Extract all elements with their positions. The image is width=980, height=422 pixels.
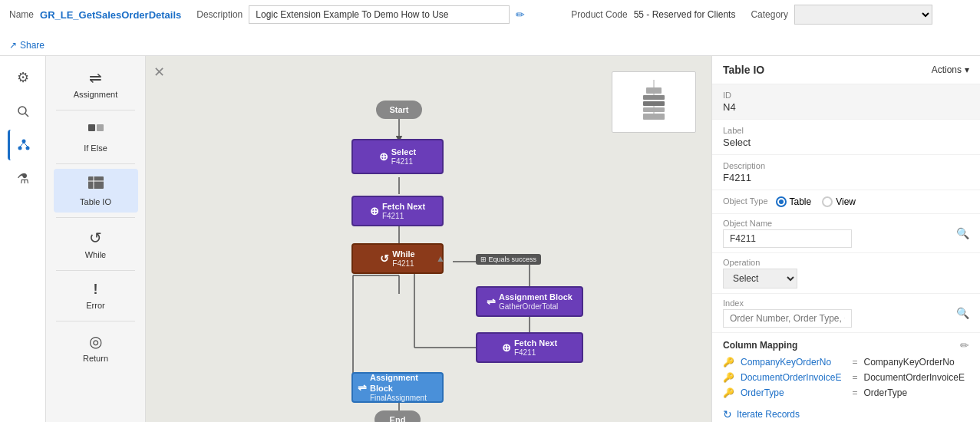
mapping-row-0: 🔑 CompanyKeyOrderNo = CompanyKeyOrderNo (712, 354, 980, 370)
svg-line-6 (24, 143, 28, 147)
edit-icon[interactable]: ✏ (516, 8, 525, 21)
id-label: ID (723, 91, 969, 100)
node-assign-inner-label: Assignment Block (499, 292, 572, 302)
mapping-field-0: CompanyKeyOrderNo (741, 357, 846, 368)
node-assignment-inner[interactable]: ⇌ Assignment Block GatherOrderTotal (476, 286, 583, 317)
operation-label: Operation (723, 258, 969, 267)
desc-label: Description (723, 161, 969, 170)
equals-badge: ⊞ Equals success (476, 254, 541, 265)
node-while-label: While (392, 249, 414, 259)
svg-point-0 (18, 107, 26, 114)
node-fetch-label: Fetch Next (382, 202, 425, 212)
tool-error-label: Error (86, 301, 104, 310)
tool-assignment[interactable]: ⇌ Assignment (54, 62, 138, 105)
node-assign-outer-sublabel: FinalAssignment (370, 394, 437, 402)
svg-point-3 (18, 147, 22, 150)
tool-divider-1 (56, 110, 135, 110)
column-mapping-title: Column Mapping (723, 340, 797, 351)
table-io-icon (87, 175, 105, 194)
product-code-value: 55 - Reserved for Clients (634, 9, 736, 20)
svg-point-2 (22, 140, 26, 143)
svg-rect-20 (643, 114, 665, 120)
node-fetch2-label: Fetch Next (514, 338, 557, 348)
node-end[interactable]: End (375, 410, 421, 422)
radio-view[interactable]: View (822, 196, 856, 207)
canvas-close-button[interactable]: ✕ (153, 64, 165, 81)
object-name-input[interactable] (723, 229, 852, 248)
name-field-group: Name GR_LE_GetSalesOrderDetails (9, 9, 181, 21)
while-icon: ↺ (89, 229, 102, 247)
actions-button[interactable]: Actions ▾ (932, 64, 969, 75)
sidebar-item-flask[interactable]: ⚗ (8, 163, 38, 194)
node-while[interactable]: ↺ While F4211 ▲ (351, 243, 444, 274)
share-button[interactable]: ↗ Share (9, 40, 45, 51)
column-mapping-header: Column Mapping ✏ (712, 333, 980, 354)
iterate-row: ↻ Iterate Records (712, 401, 980, 422)
main-layout: ⚙ ⚗ ⇌ Assignment (0, 56, 980, 422)
right-panel: Table IO Actions ▾ ID N4 Label Select De… (711, 56, 980, 422)
svg-point-4 (26, 147, 30, 150)
tool-error[interactable]: ! Error (54, 275, 138, 316)
panel-title: Table IO (723, 64, 764, 76)
tool-if-else-label: If Else (84, 143, 107, 153)
select-node-icon: ⊕ (379, 150, 388, 163)
object-name-search-icon[interactable]: 🔍 (956, 227, 969, 239)
top-bar: Name GR_LE_GetSalesOrderDetails Descript… (0, 0, 980, 56)
description-field-group: Description ✏ (196, 5, 525, 24)
description-input[interactable] (249, 5, 510, 24)
node-fetch-next-2[interactable]: ⊕ Fetch Next F4211 (476, 332, 583, 363)
desc-value: F4211 (723, 172, 969, 183)
tool-divider-5 (56, 321, 135, 321)
category-label: Category (751, 9, 788, 20)
mapping-value-1: DocumentOrderInvoiceE (864, 372, 970, 383)
tool-if-else[interactable]: If Else (54, 115, 138, 159)
node-select-sublabel: F4211 (391, 157, 416, 166)
left-sidebar: ⚙ ⚗ (0, 56, 46, 422)
panel-id-field: ID N4 (712, 84, 980, 120)
actions-chevron-icon: ▾ (965, 64, 969, 75)
svg-rect-18 (643, 101, 665, 106)
if-else-icon (87, 121, 105, 140)
node-assignment-outer[interactable]: ⇌ Assignment Block FinalAssignment (351, 372, 444, 403)
mapping-field-2: OrderType (741, 387, 846, 398)
mapping-row-2: 🔑 OrderType = OrderType (712, 385, 980, 401)
tool-divider-2 (56, 163, 135, 164)
column-mapping-edit-icon[interactable]: ✏ (960, 339, 969, 351)
assign-outer-icon: ⇌ (358, 381, 367, 394)
node-fetch-next[interactable]: ⊕ Fetch Next F4211 (351, 196, 444, 226)
tool-return[interactable]: ◎ Return (54, 326, 138, 369)
operation-select[interactable]: Select Fetch Next Insert Update Delete (723, 269, 797, 288)
category-select[interactable] (794, 5, 932, 25)
canvas-toolbar: ✕ (153, 64, 165, 81)
name-value: GR_LE_GetSalesOrderDetails (40, 9, 181, 21)
radio-group-object-type: Table View (776, 196, 856, 207)
fetch2-node-icon: ⊕ (502, 341, 511, 354)
tool-table-io[interactable]: Table IO (54, 169, 138, 213)
object-name-label: Object Name (723, 219, 952, 228)
node-select[interactable]: ⊕ Select F4211 (351, 139, 444, 174)
mapping-eq-0: = (853, 357, 858, 368)
index-search-icon[interactable]: 🔍 (956, 307, 969, 319)
radio-table[interactable]: Table (776, 196, 812, 207)
panel-object-type: Object Type Table View (712, 190, 980, 214)
sidebar-item-plugin[interactable]: ⚙ (8, 62, 38, 93)
while-node-icon: ↺ (380, 252, 389, 265)
tool-divider-3 (56, 217, 135, 218)
node-fetch-sublabel: F4211 (382, 212, 425, 220)
index-input[interactable] (723, 309, 852, 328)
node-end-label: End (390, 415, 406, 422)
equals-badge-text: ⊞ Equals success (480, 256, 536, 263)
node-assign-inner-sublabel: GatherOrderTotal (499, 302, 572, 311)
tool-while[interactable]: ↺ While (54, 223, 138, 265)
iterate-icon: ↻ (723, 408, 732, 420)
panel-description-field: Description F4211 (712, 155, 980, 190)
mapping-field-1: DocumentOrderInvoiceE (741, 372, 846, 383)
iterate-records-button[interactable]: ↻ Iterate Records (723, 408, 800, 420)
canvas-area[interactable]: ✕ (146, 56, 711, 422)
minimap (612, 71, 696, 133)
tools-panel: ⇌ Assignment If Else Table IO (46, 56, 146, 422)
sidebar-item-tree[interactable] (8, 130, 38, 160)
node-start[interactable]: Start (376, 101, 422, 119)
svg-rect-9 (88, 176, 104, 189)
sidebar-item-search[interactable] (8, 96, 38, 127)
